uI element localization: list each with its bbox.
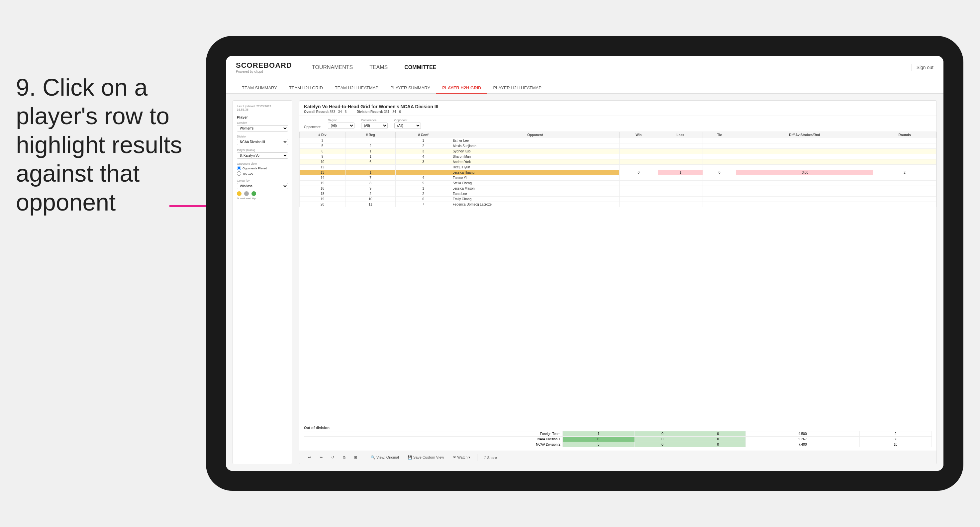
bottom-toolbar: ↩ ↪ ↺ ⧉ ⊞ 🔍 View: Original 💾 Save Custom…	[299, 451, 937, 464]
colour-section: Colour by Win/loss Down Level Up	[237, 179, 288, 200]
sub-nav: TEAM SUMMARY TEAM H2H GRID TEAM H2H HEAT…	[226, 79, 943, 94]
colour-labels: Down Level Up	[237, 197, 288, 200]
conference-select[interactable]: (All)	[361, 122, 388, 129]
region-select[interactable]: (All)	[328, 122, 355, 129]
last-updated: Last Updated: 27/03/2024 16:55:38	[237, 105, 288, 111]
table-row[interactable]: 12Heeju Hyun	[300, 165, 937, 170]
opponent-select[interactable]: (All)	[395, 122, 421, 129]
nav-links: TOURNAMENTS TEAMS COMMITTEE	[312, 63, 912, 72]
table-row[interactable]: 613Sydney Kuo	[300, 149, 937, 154]
nav-committee[interactable]: COMMITTEE	[404, 63, 436, 72]
gender-select[interactable]: Women's	[237, 125, 288, 132]
tab-player-h2h-grid[interactable]: PLAYER H2H GRID	[436, 83, 487, 94]
panel-title: Katelyn Vo Head-to-Head Grid for Women's…	[304, 104, 932, 109]
watch-btn[interactable]: 👁 Watch ▾	[451, 454, 473, 460]
table-row[interactable]: 1585Stella Cheng	[300, 181, 937, 186]
overall-record: Overall Record: 353 - 34 - 6	[304, 110, 347, 114]
table-row[interactable]: 1474Eunice Yi	[300, 175, 937, 181]
view-original-btn[interactable]: 🔍 View: Original	[369, 454, 401, 460]
player-rank-field: Player (Rank) 8. Katelyn Vo	[237, 148, 288, 159]
out-table-row[interactable]: NCAA Division 25007.40010	[304, 442, 932, 447]
undo-btn[interactable]: ↩	[306, 454, 313, 460]
opponent-radio-group: Opponents Played Top 100	[237, 166, 288, 176]
panel-header: Katelyn Vo Head-to-Head Grid for Women's…	[299, 101, 937, 116]
table-row[interactable]: 19106Emily Chang	[300, 197, 937, 202]
col-diff: Diff Av Strokes/Rnd	[736, 132, 873, 138]
share-btn[interactable]: ⤴ Share	[482, 455, 499, 460]
table-row[interactable]: 1063Andrea York	[300, 159, 937, 165]
division-record: Division Record: 331 - 34 - 6	[356, 110, 401, 114]
up-label: Up	[251, 197, 256, 200]
colour-dots	[237, 191, 288, 196]
up-dot	[251, 191, 256, 196]
nav-teams[interactable]: TEAMS	[369, 63, 388, 72]
sign-out-button[interactable]: Sign out	[916, 65, 934, 70]
nav-tournaments[interactable]: TOURNAMENTS	[312, 63, 353, 72]
tablet-frame: SCOREBOARD Powered by clippd TOURNAMENTS…	[206, 36, 963, 491]
table-row[interactable]: 1822Euna Lee	[300, 191, 937, 197]
division-label: Division	[237, 135, 288, 138]
nav-bar: SCOREBOARD Powered by clippd TOURNAMENTS…	[226, 56, 943, 79]
opponents-played-option[interactable]: Opponents Played	[237, 166, 288, 170]
table-row[interactable]: 1691Jessica Mason	[300, 186, 937, 191]
col-opponent: Opponent	[451, 132, 619, 138]
toolbar-sep-1	[364, 454, 364, 461]
col-div: # Div	[300, 132, 345, 138]
conference-filter-group: Conference (All)	[361, 119, 388, 129]
region-filter-label: Region	[328, 119, 355, 122]
division-select[interactable]: NCAA Division III	[237, 139, 288, 145]
tab-team-h2h-heatmap[interactable]: TEAM H2H HEATMAP	[329, 83, 384, 94]
col-loss: Loss	[658, 132, 703, 138]
table-row[interactable]: 31Esther Lee	[300, 138, 937, 143]
tab-team-h2h-grid[interactable]: TEAM H2H GRID	[283, 83, 329, 94]
gender-field: Gender Women's	[237, 121, 288, 132]
toolbar-sep-2	[477, 454, 477, 461]
col-reg: # Reg	[345, 132, 396, 138]
out-of-division-table: Foreign Team1004.5002NAIA Division 11500…	[304, 431, 932, 447]
data-panel: Katelyn Vo Head-to-Head Grid for Women's…	[299, 100, 937, 464]
sidebar-player-section: Player	[237, 115, 288, 119]
copy-btn[interactable]: ⧉	[341, 454, 347, 460]
tab-player-summary[interactable]: PLAYER SUMMARY	[384, 83, 436, 94]
opponent-filter-label: Opponent	[395, 119, 421, 122]
grid-table: # Div # Reg # Conf Opponent Win Loss Tie…	[299, 132, 937, 207]
opponent-view-label: Opponent view	[237, 162, 288, 165]
forward-btn[interactable]: ↺	[329, 454, 336, 460]
filters-row: Opponents: Region (All) Conference (All)	[299, 116, 937, 132]
table-row[interactable]: 131Jessica Huang010-3.002	[300, 170, 937, 175]
colour-select[interactable]: Win/loss	[237, 183, 288, 189]
region-filter-group: Region (All)	[328, 119, 355, 129]
opponent-filter-group: Opponent (All)	[395, 119, 421, 129]
down-dot	[237, 191, 242, 196]
out-of-division-label: Out of division	[299, 423, 937, 431]
division-field: Division NCAA Division III	[237, 135, 288, 145]
tablet-screen: SCOREBOARD Powered by clippd TOURNAMENTS…	[226, 56, 943, 471]
col-win: Win	[619, 132, 658, 138]
out-table-row[interactable]: NAIA Division 115009.26730	[304, 437, 932, 442]
col-tie: Tie	[703, 132, 736, 138]
redo-btn[interactable]: ↪	[318, 454, 325, 460]
paste-btn[interactable]: ⊞	[352, 454, 359, 460]
grid-table-wrapper: # Div # Reg # Conf Opponent Win Loss Tie…	[299, 132, 937, 423]
table-row[interactable]: 914Sharon Mun	[300, 154, 937, 159]
table-row[interactable]: 20117Federica Domecq Lacroze	[300, 202, 937, 207]
table-row[interactable]: 522Alexis Sudjianto	[300, 143, 937, 149]
out-table-row[interactable]: Foreign Team1004.5002	[304, 431, 932, 437]
nav-sep	[912, 64, 912, 71]
logo-area: SCOREBOARD Powered by clippd	[236, 61, 292, 73]
player-rank-select[interactable]: 8. Katelyn Vo	[237, 152, 288, 159]
tab-player-h2h-heatmap[interactable]: PLAYER H2H HEATMAP	[487, 83, 547, 94]
down-label: Down	[237, 197, 242, 200]
col-rounds: Rounds	[873, 132, 937, 138]
player-rank-label: Player (Rank)	[237, 148, 288, 152]
opponents-filter-label: Opponents:	[304, 125, 321, 129]
tab-team-summary[interactable]: TEAM SUMMARY	[236, 83, 283, 94]
save-custom-btn[interactable]: 💾 Save Custom View	[406, 454, 446, 460]
main-content: Last Updated: 27/03/2024 16:55:38 Player…	[226, 94, 943, 471]
gender-label: Gender	[237, 121, 288, 125]
opponent-view: Opponent view Opponents Played Top 100	[237, 162, 288, 176]
level-label: Level	[244, 197, 249, 200]
panel-records: Overall Record: 353 - 34 - 6 Division Re…	[304, 110, 932, 114]
col-conf: # Conf	[396, 132, 451, 138]
top100-option[interactable]: Top 100	[237, 171, 288, 176]
